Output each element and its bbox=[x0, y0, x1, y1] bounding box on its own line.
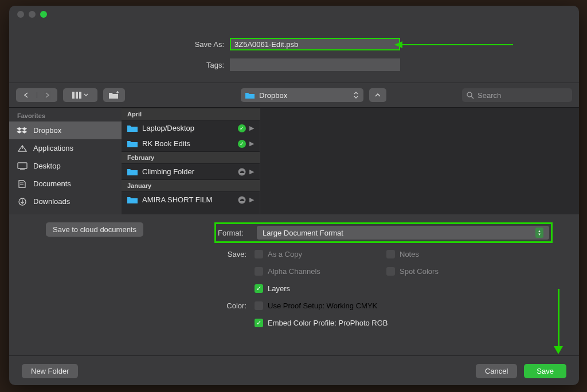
svg-point-6 bbox=[467, 92, 472, 97]
minimize-icon[interactable] bbox=[29, 11, 36, 18]
sidebar-item-dropbox[interactable]: Dropbox bbox=[9, 121, 122, 139]
cloud-icon bbox=[238, 168, 246, 176]
sidebar-item-documents[interactable]: Documents bbox=[9, 175, 122, 193]
cancel-button[interactable]: Cancel bbox=[476, 364, 517, 378]
sidebar-item-label: Documents bbox=[33, 179, 71, 188]
header-fields: Save As: Tags: bbox=[9, 23, 579, 83]
sidebar-item-label: Desktop bbox=[33, 162, 61, 170]
folder-icon bbox=[127, 168, 138, 175]
chevron-right-icon: ▶ bbox=[249, 168, 254, 175]
chevron-right-icon: ▶ bbox=[249, 124, 254, 132]
content-pane bbox=[260, 108, 579, 214]
dropdown-arrows-icon: ▲▼ bbox=[535, 228, 543, 238]
checkbox-notes: Notes bbox=[386, 250, 419, 258]
saveas-input[interactable] bbox=[230, 38, 400, 50]
svg-marker-15 bbox=[554, 346, 563, 354]
nav-buttons bbox=[16, 88, 57, 102]
folder-label: AMIRA SHORT FILM bbox=[142, 195, 212, 204]
folder-icon bbox=[127, 140, 138, 147]
sync-ok-icon: ✓ bbox=[238, 124, 246, 132]
svg-rect-8 bbox=[18, 163, 27, 168]
chevron-right-icon: ▶ bbox=[249, 196, 254, 203]
tags-label: Tags: bbox=[9, 61, 230, 69]
column-view: April Laptop/Desktop ✓▶ RK Book Edits ✓▶… bbox=[122, 108, 260, 214]
file-browser: Favorites Dropbox Applications Desktop D… bbox=[9, 108, 579, 214]
zoom-icon[interactable] bbox=[40, 11, 47, 18]
apps-icon bbox=[17, 144, 28, 152]
search-placeholder: Search bbox=[478, 91, 501, 100]
sidebar-header: Favorites bbox=[9, 108, 122, 121]
titlebar bbox=[9, 6, 579, 23]
sidebar-item-label: Downloads bbox=[33, 197, 70, 206]
folder-item[interactable]: Climbing Folder ▶ bbox=[122, 164, 260, 179]
color-label: Color: bbox=[19, 301, 255, 310]
folder-label: Climbing Folder bbox=[142, 167, 194, 176]
svg-line-7 bbox=[471, 96, 473, 99]
checkbox-proof-setup: Use Proof Setup: Working CMYK bbox=[255, 301, 377, 310]
sidebar-item-label: Dropbox bbox=[33, 126, 61, 135]
folder-label: RK Book Edits bbox=[142, 139, 190, 148]
sidebar: Favorites Dropbox Applications Desktop D… bbox=[9, 108, 122, 214]
folder-icon bbox=[127, 124, 138, 132]
save-button[interactable]: Save bbox=[524, 364, 566, 378]
search-icon bbox=[467, 92, 474, 99]
path-label: Dropbox bbox=[259, 91, 287, 100]
desktop-icon bbox=[17, 162, 28, 170]
options-panel: Save to cloud documents Format: Large Do… bbox=[9, 214, 579, 355]
save-dialog: Save As: Tags: Dropbox bbox=[9, 6, 579, 385]
close-icon[interactable] bbox=[17, 11, 24, 18]
folder-icon bbox=[127, 196, 138, 203]
checkbox-spot-colors: Spot Colors bbox=[386, 267, 439, 276]
tags-input[interactable] bbox=[230, 58, 400, 71]
format-label: Format: bbox=[218, 229, 249, 237]
saveas-label: Save As: bbox=[9, 40, 230, 49]
columns-icon bbox=[72, 92, 81, 99]
dropbox-icon bbox=[17, 127, 28, 135]
toolbar: Dropbox Search bbox=[9, 83, 579, 108]
footer: New Folder Cancel Save bbox=[9, 355, 579, 385]
downloads-icon bbox=[17, 198, 28, 206]
format-select[interactable]: Large Document Format ▲▼ bbox=[257, 226, 549, 240]
sidebar-item-downloads[interactable]: Downloads bbox=[9, 193, 122, 210]
new-folder-toolbar-button[interactable] bbox=[103, 88, 125, 102]
back-button[interactable] bbox=[16, 92, 37, 98]
folder-item[interactable]: Laptop/Desktop ✓▶ bbox=[122, 120, 260, 136]
chevron-down-icon bbox=[84, 93, 88, 97]
format-value: Large Document Format bbox=[263, 229, 343, 237]
annotation-arrow-icon bbox=[394, 40, 404, 49]
annotation-arrow-icon bbox=[553, 345, 563, 354]
svg-rect-1 bbox=[72, 92, 75, 99]
format-highlight: Format: Large Document Format ▲▼ bbox=[214, 222, 553, 243]
view-mode-button[interactable] bbox=[63, 88, 97, 102]
folder-icon bbox=[245, 92, 255, 99]
sync-ok-icon: ✓ bbox=[238, 140, 246, 148]
checkbox-embed-profile[interactable]: ✓Embed Color Profile: ProPhoto RGB bbox=[255, 319, 388, 327]
checkbox-layers[interactable]: ✓Layers bbox=[255, 284, 290, 293]
folder-item[interactable]: RK Book Edits ✓▶ bbox=[122, 136, 260, 151]
dropdown-arrows-icon bbox=[353, 91, 359, 99]
new-folder-button[interactable]: New Folder bbox=[22, 364, 78, 378]
path-dropdown[interactable]: Dropbox bbox=[241, 88, 363, 102]
chevron-right-icon: ▶ bbox=[249, 140, 254, 147]
save-to-cloud-button[interactable]: Save to cloud documents bbox=[46, 222, 143, 237]
new-folder-icon bbox=[108, 91, 120, 99]
group-header: January bbox=[122, 179, 260, 192]
sidebar-item-applications[interactable]: Applications bbox=[9, 139, 122, 157]
up-directory-button[interactable] bbox=[369, 88, 386, 102]
sidebar-item-label: Applications bbox=[33, 144, 73, 152]
documents-icon bbox=[17, 180, 28, 188]
group-header: April bbox=[122, 108, 260, 120]
cloud-icon bbox=[238, 196, 246, 204]
sidebar-item-desktop[interactable]: Desktop bbox=[9, 157, 122, 175]
svg-marker-0 bbox=[394, 41, 402, 48]
forward-button[interactable] bbox=[37, 92, 58, 98]
folder-item[interactable]: AMIRA SHORT FILM ▶ bbox=[122, 192, 260, 207]
svg-rect-2 bbox=[76, 92, 78, 99]
group-header: February bbox=[122, 151, 260, 164]
search-field[interactable]: Search bbox=[462, 88, 572, 102]
save-label: Save: bbox=[19, 250, 255, 258]
folder-label: Laptop/Desktop bbox=[142, 124, 194, 132]
checkbox-as-copy: As a Copy bbox=[255, 250, 346, 258]
svg-rect-3 bbox=[79, 92, 81, 99]
chevron-up-icon bbox=[375, 93, 381, 97]
